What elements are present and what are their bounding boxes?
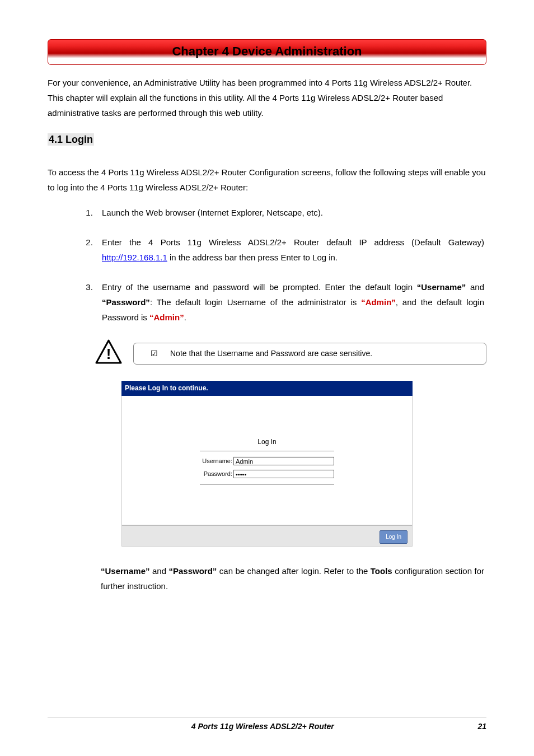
footer-title: 4 Ports 11g Wireless ADSL2/2+ Router <box>48 720 477 734</box>
username-label: Username: <box>200 456 233 467</box>
step-2-post: in the address bar then press Enter to L… <box>167 253 338 262</box>
step-3-admin1: “Admin” <box>361 297 396 307</box>
login-screenshot: Please Log In to continue. Log In Userna… <box>121 381 413 547</box>
screenshot-body: Log In Username: Password: <box>121 396 413 525</box>
password-field-row: Password: <box>200 469 334 480</box>
section-4-1-intro: To access the 4 Ports 11g Wireless ADSL2… <box>48 165 486 195</box>
default-gateway-link[interactable]: http://192.168.1.1 <box>102 253 167 262</box>
note-box: ☑ Note that the Username and Password ar… <box>133 343 486 365</box>
step-1: Launch the Web browser (Internet Explore… <box>95 205 486 220</box>
step-3-password-quote: “Password” <box>102 297 150 307</box>
step-2: Enter the 4 Ports 11g Wireless ADSL2/2+ … <box>95 235 486 265</box>
step-3-end: . <box>184 312 186 322</box>
note-row: ! ☑ Note that the Username and Password … <box>95 339 486 368</box>
login-panel-title: Log In <box>200 436 334 451</box>
post-username-quote: “Username” <box>101 566 150 576</box>
svg-text:!: ! <box>106 346 111 362</box>
step-3-mid2: : The default login Username of the admi… <box>150 297 361 307</box>
post-mid1: and <box>150 566 169 576</box>
step-3: Entry of the username and password will … <box>95 279 486 325</box>
password-label: Password: <box>200 469 233 480</box>
username-input[interactable] <box>233 457 334 465</box>
username-field-row: Username: <box>200 456 334 467</box>
step-2-pre: Enter the 4 Ports 11g Wireless ADSL2/2+ … <box>102 237 484 247</box>
post-tools: Tools <box>371 566 392 576</box>
login-divider <box>200 484 334 484</box>
page-footer: 4 Ports 11g Wireless ADSL2/2+ Router 21 <box>48 717 486 734</box>
step-3-mid1: and <box>466 282 484 292</box>
section-4-1-heading: 4.1 Login <box>48 133 94 146</box>
post-password-quote: “Password” <box>168 566 217 576</box>
step-3-username-quote: “Username” <box>417 282 466 292</box>
warning-icon: ! <box>95 339 122 368</box>
intro-paragraph: For your convenience, an Administrative … <box>48 75 486 120</box>
footer-page-number: 21 <box>477 720 486 734</box>
chapter-title-banner: Chapter 4 Device Administration <box>48 39 486 65</box>
step-3-admin2: “Admin” <box>149 312 184 322</box>
steps-list: Launch the Web browser (Internet Explore… <box>48 205 486 325</box>
login-panel: Log In Username: Password: <box>200 436 334 484</box>
password-input[interactable] <box>233 470 334 478</box>
login-button[interactable]: Log In <box>380 530 407 544</box>
screenshot-footer: Log In <box>121 525 413 547</box>
post-screenshot-note: “Username” and “Password” can be changed… <box>101 563 486 594</box>
note-text: Note that the Username and Password are … <box>170 347 372 361</box>
checkbox-icon: ☑ <box>151 347 158 361</box>
screenshot-header: Please Log In to continue. <box>121 381 413 396</box>
post-mid2: can be changed after login. Refer to the <box>217 566 370 576</box>
step-3-pre: Entry of the username and password will … <box>102 282 417 292</box>
